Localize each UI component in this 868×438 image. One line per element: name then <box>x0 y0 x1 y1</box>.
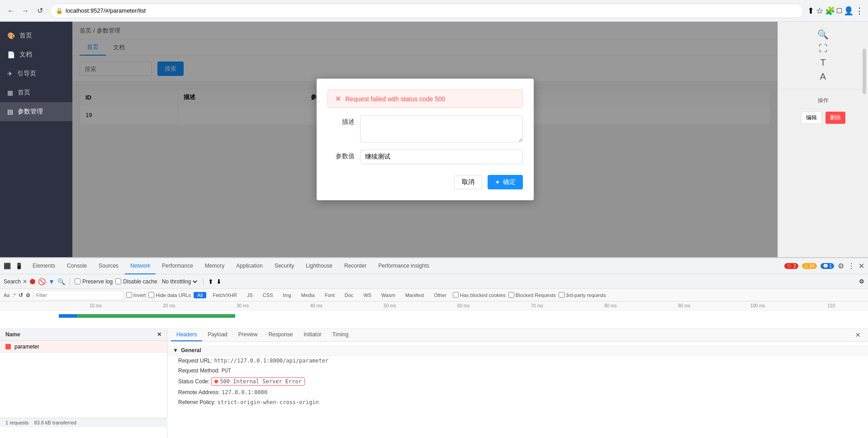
stop-recording-icon[interactable]: 🚫 <box>38 278 46 285</box>
details-tabs: Headers Payload Preview Response Initiat… <box>167 329 868 342</box>
tab-network[interactable]: Network <box>125 258 156 274</box>
timeline-area: 10 ms 20 ms 30 ms 40 ms 50 ms 60 ms 70 m… <box>0 301 868 329</box>
invert-input[interactable] <box>126 292 132 298</box>
more-icon[interactable]: ⋮ <box>848 262 855 270</box>
hide-data-urls-input[interactable] <box>148 292 154 298</box>
filter-tag-media[interactable]: Media <box>298 292 318 298</box>
tab-memory[interactable]: Memory <box>199 258 230 274</box>
sidebar-item-params[interactable]: ▤ 参数管理 <box>0 102 72 121</box>
third-party-input[interactable] <box>559 292 564 298</box>
expand-icon[interactable]: ⛶ <box>819 43 828 54</box>
star-icon[interactable]: ☆ <box>816 6 823 16</box>
export-har-icon[interactable]: ⬇ <box>216 278 222 285</box>
invert-checkbox[interactable]: Invert <box>126 292 146 298</box>
value-input[interactable] <box>360 150 523 164</box>
filter-tag-other[interactable]: Other <box>430 292 450 298</box>
detail-tab-initiator[interactable]: Initiator <box>298 329 327 341</box>
filter-tag-css[interactable]: CSS <box>259 292 277 298</box>
sidebar-item-home2[interactable]: ▦ 首页 <box>0 83 72 102</box>
back-button[interactable]: ← <box>5 5 17 17</box>
tab-sources[interactable]: Sources <box>93 258 124 274</box>
detail-tab-payload[interactable]: Payload <box>202 329 232 341</box>
filter-tag-doc[interactable]: Doc <box>341 292 357 298</box>
clear-filter-icon[interactable]: ⊘ <box>26 292 30 298</box>
collapse-icon[interactable]: ▼ <box>173 347 178 353</box>
tab-lighthouse[interactable]: Lighthouse <box>300 258 338 274</box>
tab-perf-insights[interactable]: Performance insights <box>373 258 435 274</box>
address-bar[interactable]: 🔒 localhost:9527/#/parameter/list <box>50 4 804 18</box>
details-close-icon[interactable]: ✕ <box>852 330 864 340</box>
detail-tab-headers[interactable]: Headers <box>171 329 202 341</box>
disable-cache-checkbox[interactable]: Disable cache <box>115 278 157 285</box>
right-edit-button[interactable]: 编辑 <box>801 112 822 124</box>
profile-icon[interactable]: 👤 <box>844 6 854 16</box>
network-settings-icon[interactable]: ⚙ <box>859 278 864 285</box>
throttle-select[interactable]: No throttling <box>160 278 199 285</box>
filter-tag-font[interactable]: Font <box>321 292 338 298</box>
filter-tag-js[interactable]: JS <box>243 292 256 298</box>
mark-100ms: 100 ms <box>721 303 795 308</box>
record-button[interactable] <box>30 279 35 284</box>
requests-header: Name ✕ <box>0 329 167 341</box>
filter-tag-img[interactable]: Img <box>279 292 294 298</box>
filter-icon[interactable]: ▼ <box>48 278 55 285</box>
translate-icon[interactable]: A <box>820 71 826 82</box>
preserve-log-input[interactable] <box>75 278 81 284</box>
sidebar-item-docs[interactable]: 📄 文档 <box>0 45 72 64</box>
detail-tab-timing[interactable]: Timing <box>327 329 354 341</box>
filter-tag-fetch[interactable]: Fetch/XHR <box>209 292 241 298</box>
filter-tag-wasm[interactable]: Wasm <box>378 292 399 298</box>
window-icon[interactable]: □ <box>837 6 842 15</box>
cancel-button[interactable]: 取消 <box>454 175 482 189</box>
preserve-log-checkbox[interactable]: Preserve log <box>75 278 113 285</box>
request-item[interactable]: parameter <box>0 341 167 353</box>
divider2 <box>203 278 204 285</box>
desc-textarea[interactable] <box>360 115 523 142</box>
text-size-icon[interactable]: T <box>820 57 825 68</box>
blocked-cookies-input[interactable] <box>453 292 459 298</box>
devtools-mobile-toggle[interactable]: 📱 <box>15 263 23 269</box>
share-icon[interactable]: ⬆ <box>807 6 814 16</box>
close-devtools-icon[interactable]: ✕ <box>859 262 864 270</box>
puzzle-icon[interactable]: 🧩 <box>825 6 835 16</box>
detail-tab-response[interactable]: Response <box>263 329 298 341</box>
filter-tag-ws[interactable]: WS <box>360 292 375 298</box>
tab-application[interactable]: Application <box>231 258 268 274</box>
blocked-requests-checkbox[interactable]: Blocked Requests <box>508 292 556 298</box>
search-close-icon[interactable]: ✕ <box>23 278 27 285</box>
vertical-scrollbar[interactable] <box>863 49 866 94</box>
import-har-icon[interactable]: ⬆ <box>208 278 213 285</box>
search-icon[interactable]: 🔍 <box>817 29 829 40</box>
search-network-icon[interactable]: 🔍 <box>57 278 65 285</box>
right-delete-button[interactable]: 删除 <box>825 112 845 124</box>
regex-toggle[interactable]: .* <box>12 292 15 298</box>
disable-cache-input[interactable] <box>115 278 121 284</box>
reload-button[interactable]: ↺ <box>33 5 46 17</box>
sidebar-item-home1[interactable]: 🎨 首页 <box>0 26 72 45</box>
sidebar-item-guide[interactable]: ✈ 引导页 <box>0 64 72 83</box>
devtools-panel-toggle[interactable]: ⬛ <box>4 263 11 269</box>
tab-security[interactable]: Security <box>269 258 299 274</box>
third-party-checkbox[interactable]: 3rd-party requests <box>559 292 606 298</box>
desc-label: 描述 <box>327 115 355 126</box>
close-panel-icon[interactable]: ✕ <box>157 331 161 338</box>
filter-tag-manifest[interactable]: Manifest <box>402 292 428 298</box>
tab-recorder[interactable]: Recorder <box>339 258 372 274</box>
blocked-cookies-checkbox[interactable]: Has blocked cookies <box>453 292 506 298</box>
hide-data-urls-checkbox[interactable]: Hide data URLs <box>148 292 191 298</box>
settings-icon[interactable]: ⚙ <box>838 262 844 270</box>
val-referrer-policy: strict-origin-when-cross-origin <box>218 399 319 405</box>
confirm-button[interactable]: ✦ 确定 <box>488 175 523 189</box>
text-size-toggle[interactable]: Aa <box>4 292 9 298</box>
tab-elements[interactable]: Elements <box>27 258 61 274</box>
blocked-requests-input[interactable] <box>508 292 514 298</box>
forward-button[interactable]: → <box>19 5 32 17</box>
tab-performance[interactable]: Performance <box>157 258 199 274</box>
menu-icon[interactable]: ⋮ <box>855 6 863 16</box>
filter-input[interactable] <box>33 290 123 300</box>
reload-filter-icon[interactable]: ↺ <box>19 292 23 298</box>
detail-tab-preview[interactable]: Preview <box>233 329 263 341</box>
filter-tag-all[interactable]: All <box>194 292 206 298</box>
tab-console[interactable]: Console <box>62 258 92 274</box>
row-remote-address: Remote Address: 127.0.0.1:8000 <box>167 387 868 397</box>
